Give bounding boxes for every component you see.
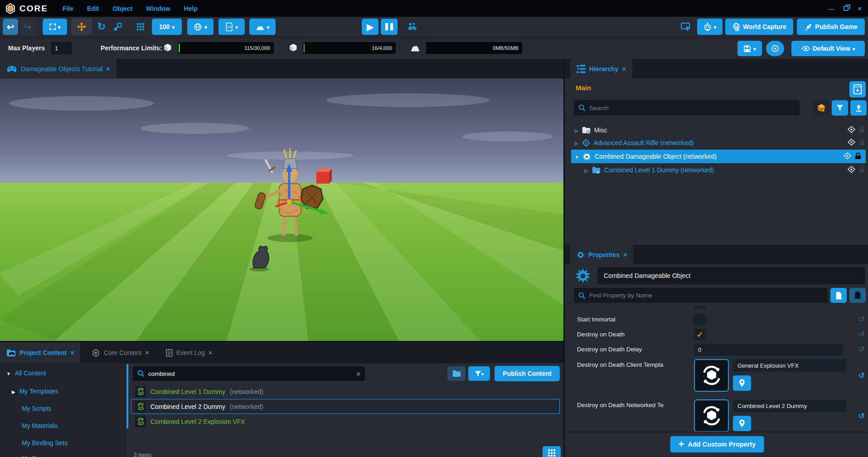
- grid-view-button[interactable]: [543, 446, 561, 457]
- networked-template-value[interactable]: Combined Level 2 Dummy: [733, 399, 846, 412]
- tab-hierarchy[interactable]: Hierarchy: [570, 59, 632, 78]
- copy-properties-button[interactable]: [830, 288, 847, 303]
- expand-icon[interactable]: [575, 139, 578, 146]
- list-item-selected[interactable]: Combined Level 2 Dummy (networked): [131, 399, 560, 414]
- collapse-icon[interactable]: [6, 369, 11, 377]
- lock-icon[interactable]: [859, 166, 865, 174]
- locate-asset-button[interactable]: [733, 375, 751, 391]
- hierarchy-search-input[interactable]: [589, 105, 795, 112]
- pause-button[interactable]: [381, 19, 398, 35]
- redo-button[interactable]: ↪: [20, 19, 35, 35]
- menu-edit[interactable]: Edit: [87, 5, 99, 12]
- tab-damageable-objects-tutorial[interactable]: Damageable Objects Tutorial: [0, 59, 116, 78]
- tree-row-combined-level-1-dummy[interactable]: Combined Level 1 Dummy (networked): [565, 164, 868, 176]
- add-custom-property-button[interactable]: Add Custom Property: [670, 436, 764, 452]
- collapse-icon[interactable]: [575, 153, 579, 160]
- content-search[interactable]: [133, 366, 365, 381]
- screen-share-button[interactable]: [678, 19, 693, 35]
- list-item[interactable]: Combined Level 1 Dummy (networked): [131, 384, 560, 399]
- start-immortal-checkbox[interactable]: [694, 314, 706, 326]
- world-settings-dropdown[interactable]: [187, 19, 213, 35]
- play-button[interactable]: ▶: [362, 19, 378, 35]
- lock-icon[interactable]: [855, 152, 861, 161]
- find-property-input[interactable]: [589, 292, 823, 299]
- bot-dropdown[interactable]: [697, 19, 723, 35]
- reset-icon[interactable]: [858, 306, 865, 307]
- visibility-eye-icon[interactable]: [848, 166, 855, 174]
- reset-icon[interactable]: [858, 329, 865, 339]
- lock-icon[interactable]: [859, 126, 865, 134]
- hierarchy-export-button[interactable]: [850, 100, 867, 116]
- move-tool-button[interactable]: [71, 19, 92, 35]
- clear-search-icon[interactable]: [356, 370, 360, 378]
- visibility-eye-icon[interactable]: [844, 152, 851, 160]
- locate-asset-button[interactable]: [733, 416, 751, 431]
- focus-target-button[interactable]: [766, 41, 784, 56]
- destroy-delay-input[interactable]: 0: [694, 344, 843, 356]
- close-tab-icon[interactable]: [107, 65, 110, 73]
- snap-grid-button[interactable]: [133, 19, 148, 35]
- tab-properties[interactable]: Properties: [570, 245, 633, 264]
- grid-size-dropdown[interactable]: 100: [152, 19, 182, 35]
- close-tab-icon[interactable]: [623, 251, 627, 258]
- content-filter-dropdown[interactable]: [468, 366, 490, 381]
- sidebar-item-my-scripts[interactable]: My Scripts: [22, 405, 51, 412]
- menu-object[interactable]: Object: [112, 5, 132, 12]
- visibility-eye-icon[interactable]: [848, 139, 855, 147]
- scene-settings-button[interactable]: [849, 81, 866, 97]
- tree-row-advanced-assault-rifle[interactable]: Advanced Assault Rifle (networked): [565, 136, 868, 149]
- menu-window[interactable]: Window: [146, 5, 170, 12]
- multiplayer-preview-button[interactable]: [406, 19, 419, 35]
- world-capture-button[interactable]: World Capture: [725, 19, 793, 35]
- close-tab-icon[interactable]: [70, 349, 74, 356]
- sidebar-item-my-materials[interactable]: My Materials: [22, 422, 58, 429]
- tree-row-combined-damageable-object[interactable]: Combined Damageable Object (networked): [571, 150, 866, 163]
- scale-tool-button[interactable]: [110, 19, 126, 35]
- client-template-value[interactable]: General Explosion VFX: [733, 359, 846, 372]
- sidebar-item-my-binding-sets[interactable]: My Binding Sets: [22, 439, 68, 447]
- menu-file[interactable]: File: [63, 5, 73, 12]
- content-search-input[interactable]: [148, 370, 353, 377]
- lock-icon[interactable]: [859, 139, 865, 147]
- template-thumbnail[interactable]: [694, 359, 729, 392]
- find-property-search[interactable]: [574, 288, 828, 303]
- visibility-eye-icon[interactable]: [848, 126, 855, 134]
- terrain-dropdown[interactable]: [249, 19, 276, 35]
- close-tab-icon[interactable]: [145, 349, 149, 356]
- minimize-button[interactable]: [829, 5, 834, 12]
- script-dropdown[interactable]: [218, 19, 245, 35]
- reset-icon[interactable]: [858, 314, 865, 324]
- hierarchy-filter-button[interactable]: [832, 100, 848, 116]
- publish-game-button[interactable]: Publish Game: [797, 19, 865, 35]
- sidebar-item-all-content[interactable]: All Content: [6, 369, 46, 377]
- template-thumbnail[interactable]: [694, 399, 729, 432]
- tree-row-misc[interactable]: Misc: [565, 124, 868, 136]
- sidebar-item-my-templates[interactable]: My Templates: [12, 388, 58, 395]
- default-view-dropdown[interactable]: Default View: [791, 41, 865, 56]
- max-players-input[interactable]: 1: [51, 42, 72, 54]
- viewport-3d[interactable]: [0, 78, 563, 341]
- destroy-on-death-checkbox[interactable]: ✓: [694, 329, 706, 340]
- undo-button[interactable]: ↩: [3, 19, 18, 35]
- tab-project-content[interactable]: Project Content: [0, 342, 80, 363]
- paste-properties-button[interactable]: [849, 288, 866, 303]
- expand-icon[interactable]: [12, 388, 15, 395]
- reset-icon[interactable]: [858, 399, 865, 421]
- close-button[interactable]: [858, 5, 862, 12]
- select-mode-button[interactable]: [43, 19, 67, 35]
- expand-icon[interactable]: [575, 126, 578, 134]
- tab-core-content[interactable]: Core Content: [85, 342, 155, 363]
- rotate-tool-button[interactable]: ↻: [94, 19, 109, 35]
- hierarchy-search[interactable]: [574, 100, 800, 116]
- tab-event-log[interactable]: Event Log: [160, 342, 218, 363]
- list-item[interactable]: Combined Level 2 Explosion VFX: [131, 414, 560, 429]
- save-dropdown[interactable]: [737, 41, 762, 56]
- menu-help[interactable]: Help: [184, 5, 198, 12]
- close-tab-icon[interactable]: [209, 349, 212, 356]
- checkbox[interactable]: [694, 306, 706, 308]
- expand-icon[interactable]: [585, 166, 588, 174]
- publish-content-button[interactable]: Publish Content: [495, 366, 560, 381]
- object-name-field[interactable]: Combined Damageable Object: [597, 267, 865, 284]
- network-context-button[interactable]: [813, 100, 829, 116]
- reset-icon[interactable]: [858, 344, 865, 354]
